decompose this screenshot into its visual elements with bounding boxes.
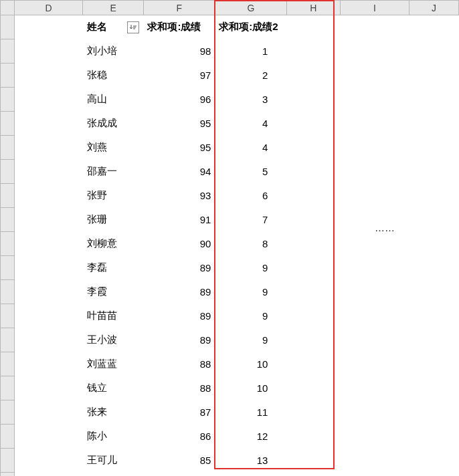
pivot-field-name[interactable]: 姓名 — [83, 15, 144, 39]
row-header[interactable] — [1, 328, 15, 352]
cell-name[interactable]: 李霞 — [83, 280, 144, 304]
cell-name[interactable]: 刘燕 — [83, 136, 144, 160]
cell-name[interactable]: 叶苗苗 — [83, 304, 144, 328]
cell-name[interactable]: 陈小 — [83, 425, 144, 449]
cell-name[interactable]: 刘蓝蓝 — [83, 352, 144, 376]
cell-name[interactable]: 钱立 — [83, 376, 144, 400]
cell-blank[interactable] — [14, 328, 83, 352]
cell-blank[interactable] — [286, 15, 340, 39]
cell-rank[interactable]: 10 — [215, 376, 286, 400]
row-header[interactable] — [1, 400, 15, 425]
cell-blank[interactable] — [286, 425, 340, 449]
row-header[interactable] — [1, 208, 15, 232]
cell-blank[interactable] — [341, 39, 409, 64]
column-header-D[interactable]: D — [14, 1, 83, 15]
cell-blank[interactable] — [409, 184, 458, 208]
cell-rank[interactable]: 9 — [215, 280, 286, 304]
cell-blank[interactable] — [14, 376, 83, 400]
cell-rank[interactable]: 4 — [215, 112, 286, 136]
cell-blank[interactable] — [409, 15, 458, 39]
cell-blank[interactable] — [286, 473, 340, 477]
cell-score[interactable]: 88 — [143, 352, 215, 376]
cell-rank[interactable]: 1 — [215, 39, 286, 64]
cell-blank[interactable] — [341, 112, 409, 136]
cell-blank[interactable] — [286, 39, 340, 64]
row-header[interactable] — [1, 280, 15, 304]
cell-blank[interactable] — [341, 280, 409, 304]
row-header[interactable] — [1, 88, 15, 112]
pivot-field-score[interactable]: 求和项:成绩 — [143, 15, 215, 39]
cell-score[interactable]: 89 — [143, 256, 215, 280]
cell-rank[interactable]: 3 — [215, 88, 286, 112]
cell-name[interactable]: 邵嘉一 — [83, 160, 144, 184]
column-header-J[interactable]: J — [409, 1, 458, 15]
cell-blank[interactable] — [409, 280, 458, 304]
filter-dropdown-button[interactable] — [127, 21, 139, 33]
cell-blank[interactable] — [14, 473, 83, 477]
column-header-F[interactable]: F — [143, 1, 215, 15]
cell-blank[interactable] — [341, 256, 409, 280]
cell-rank[interactable]: 2 — [215, 64, 286, 88]
cell-blank[interactable] — [14, 15, 83, 39]
cell-rank[interactable]: 4 — [215, 136, 286, 160]
cell-score[interactable]: 91 — [143, 208, 215, 232]
row-header[interactable] — [1, 449, 15, 473]
cell-name[interactable]: 张成成 — [83, 112, 144, 136]
cell-score[interactable]: 81 — [143, 473, 215, 477]
cell-blank[interactable] — [341, 352, 409, 376]
cell-blank[interactable] — [14, 449, 83, 473]
cell-blank[interactable] — [14, 304, 83, 328]
cell-blank[interactable] — [286, 400, 340, 425]
cell-score[interactable]: 87 — [143, 400, 215, 425]
cell-blank[interactable] — [409, 473, 458, 477]
cell-blank[interactable] — [409, 328, 458, 352]
cell-blank[interactable] — [341, 304, 409, 328]
cell-blank[interactable] — [286, 88, 340, 112]
cell-blank[interactable] — [286, 208, 340, 232]
cell-name[interactable]: 王可儿 — [83, 449, 144, 473]
cell-blank[interactable] — [409, 425, 458, 449]
row-header[interactable] — [1, 15, 15, 39]
row-header[interactable] — [1, 112, 15, 136]
cell-blank[interactable] — [409, 88, 458, 112]
cell-blank[interactable] — [286, 304, 340, 328]
cell-rank[interactable]: 7 — [215, 208, 286, 232]
cell-name[interactable]: 张野 — [83, 184, 144, 208]
cell-blank[interactable] — [409, 39, 458, 64]
column-header-G[interactable]: G — [215, 1, 286, 15]
cell-rank[interactable]: 5 — [215, 160, 286, 184]
cell-blank[interactable] — [409, 256, 458, 280]
cell-blank[interactable] — [14, 64, 83, 88]
cell-blank[interactable] — [409, 232, 458, 256]
cell-blank[interactable] — [341, 160, 409, 184]
cell-score[interactable]: 89 — [143, 304, 215, 328]
cell-blank[interactable] — [341, 15, 409, 39]
cell-blank[interactable] — [409, 160, 458, 184]
cell-name[interactable]: 刘柳意 — [83, 232, 144, 256]
cell-name[interactable]: 李磊 — [83, 256, 144, 280]
cell-blank[interactable] — [286, 232, 340, 256]
cell-blank[interactable] — [409, 64, 458, 88]
column-header-row[interactable]: D E F G H I J — [1, 1, 459, 15]
cell-blank[interactable] — [286, 256, 340, 280]
cell-name[interactable]: 王小波 — [83, 328, 144, 352]
cell-blank[interactable] — [286, 136, 340, 160]
cell-blank[interactable] — [409, 304, 458, 328]
cell-blank[interactable] — [286, 328, 340, 352]
column-header-E[interactable]: E — [83, 1, 144, 15]
cell-blank[interactable] — [14, 232, 83, 256]
cell-blank[interactable] — [14, 425, 83, 449]
cell-rank[interactable]: 9 — [215, 256, 286, 280]
pivot-field-rank[interactable]: 求和项:成绩2 — [215, 15, 286, 39]
cell-blank[interactable] — [341, 184, 409, 208]
cell-blank[interactable] — [341, 425, 409, 449]
cell-blank[interactable] — [14, 39, 83, 64]
cell-score[interactable]: 95 — [143, 112, 215, 136]
cell-blank[interactable] — [14, 400, 83, 425]
cell-blank[interactable] — [14, 184, 83, 208]
cell-blank[interactable] — [14, 280, 83, 304]
cell-blank[interactable] — [341, 232, 409, 256]
cell-blank[interactable] — [14, 88, 83, 112]
cell-blank[interactable] — [409, 112, 458, 136]
cell-score[interactable]: 88 — [143, 376, 215, 400]
